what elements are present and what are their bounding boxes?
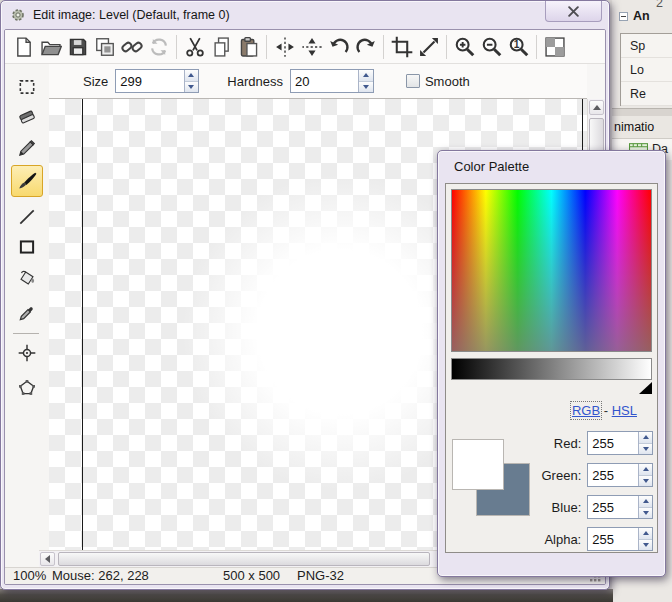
collapse-minus-icon[interactable] — [619, 12, 628, 21]
undo-button[interactable] — [325, 33, 352, 60]
toolbar-separator — [383, 35, 384, 59]
alpha-spin-up[interactable] — [639, 528, 652, 539]
scroll-up-icon — [593, 105, 601, 110]
blue-input[interactable] — [588, 496, 638, 518]
rectangle-tool[interactable] — [11, 231, 43, 263]
hardness-spin-down[interactable] — [359, 81, 373, 93]
new-button[interactable] — [10, 33, 37, 60]
zoom-original-icon: 1 — [508, 36, 530, 58]
green-spinner[interactable] — [587, 463, 653, 487]
hardness-spin-up[interactable] — [359, 70, 373, 81]
status-image-format: PNG-32 — [297, 568, 344, 583]
red-spinner[interactable] — [587, 431, 653, 455]
mirror-horizontal-button[interactable] — [271, 33, 298, 60]
green-spin-down[interactable] — [639, 475, 652, 487]
undo-icon — [328, 36, 350, 58]
down-arrow-icon — [643, 543, 649, 547]
red-input[interactable] — [588, 432, 638, 454]
blue-spin-up[interactable] — [639, 496, 652, 507]
size-spin-up[interactable] — [185, 70, 199, 81]
toolbar-separator — [266, 35, 267, 59]
alpha-label: Alpha: — [446, 532, 587, 547]
toolbar-separator — [176, 35, 177, 59]
animations-panel-header: nimatio — [612, 116, 672, 139]
refresh-icon — [148, 36, 170, 58]
color-mode-links: RGB - HSL — [572, 403, 637, 418]
mirror-vertical-button[interactable] — [298, 33, 325, 60]
palette-title-bar[interactable]: Color Palette — [438, 151, 665, 181]
image-left-edge — [82, 99, 83, 550]
pencil-icon — [17, 138, 37, 158]
origin-crosshair-icon — [17, 343, 37, 363]
side-panel-section-label: An — [633, 9, 650, 23]
zoom-in-icon — [454, 36, 476, 58]
zoom-in-button[interactable] — [451, 33, 478, 60]
horizontal-scroll-thumb[interactable] — [58, 552, 430, 566]
save-button[interactable] — [64, 33, 91, 60]
fill-tool[interactable] — [11, 262, 43, 294]
close-button[interactable] — [545, 1, 602, 22]
value-gradient-bar[interactable] — [451, 358, 652, 380]
eyedropper-icon — [17, 303, 37, 323]
blue-spin-down[interactable] — [639, 507, 652, 519]
checkerboard-icon — [544, 36, 566, 58]
property-row[interactable]: Lo — [621, 58, 672, 82]
eraser-tool[interactable] — [11, 101, 43, 133]
hue-saturation-gradient[interactable] — [451, 189, 652, 352]
rgb-mode-link[interactable]: RGB — [572, 403, 600, 418]
scroll-up-button[interactable] — [589, 100, 604, 115]
redo-button[interactable] — [352, 33, 379, 60]
brush-tool-selected[interactable] — [11, 165, 43, 197]
down-arrow-icon — [363, 85, 369, 89]
red-spin-up[interactable] — [639, 432, 652, 443]
green-spin-up[interactable] — [639, 464, 652, 475]
alpha-spinner[interactable] — [587, 527, 653, 551]
cut-button[interactable] — [181, 33, 208, 60]
line-icon — [17, 207, 37, 227]
primary-color-swatch[interactable] — [452, 439, 504, 490]
polygon-icon — [17, 378, 37, 398]
palette-title: Color Palette — [454, 159, 529, 174]
crop-button[interactable] — [388, 33, 415, 60]
red-spin-down[interactable] — [639, 443, 652, 455]
scroll-left-button[interactable] — [40, 552, 55, 566]
line-tool[interactable] — [11, 201, 43, 233]
paste-button[interactable] — [235, 33, 262, 60]
copy-button[interactable] — [208, 33, 235, 60]
zoom-out-button[interactable] — [478, 33, 505, 60]
smooth-checkbox[interactable] — [406, 74, 420, 88]
alpha-spin-down[interactable] — [639, 539, 652, 551]
resize-button[interactable] — [415, 33, 442, 60]
size-input[interactable] — [116, 70, 183, 92]
up-arrow-icon — [643, 499, 649, 503]
zoom-original-button[interactable]: 1 — [505, 33, 532, 60]
blue-spinner[interactable] — [587, 495, 653, 519]
green-input[interactable] — [588, 464, 638, 486]
property-row[interactable]: Re — [621, 82, 672, 106]
size-spin-down[interactable] — [185, 81, 199, 93]
hardness-spinner[interactable] — [290, 69, 374, 93]
duplicate-button[interactable] — [91, 33, 118, 60]
fill-bucket-icon — [17, 268, 37, 288]
link-button[interactable] — [118, 33, 145, 60]
panel-divider — [612, 108, 672, 116]
toggle-background-button[interactable] — [541, 33, 568, 60]
rectangle-select-tool[interactable] — [11, 71, 43, 103]
status-zoom: 100% — [13, 568, 46, 583]
collision-polygon-tool[interactable] — [11, 372, 43, 404]
color-picker-tool[interactable] — [11, 297, 43, 329]
pencil-tool[interactable] — [11, 132, 43, 164]
origin-tool[interactable] — [11, 337, 43, 369]
title-bar[interactable]: Edit image: Level (Default, frame 0) — [1, 1, 609, 29]
alpha-input[interactable] — [588, 528, 638, 550]
open-button[interactable] — [37, 33, 64, 60]
hsl-mode-link[interactable]: HSL — [612, 403, 637, 418]
size-spinner[interactable] — [115, 69, 199, 93]
property-row[interactable]: Sp — [621, 34, 672, 58]
side-panel-top-fragment: 2 — [656, 0, 663, 10]
svg-text:1: 1 — [513, 39, 519, 50]
hardness-input[interactable] — [291, 70, 358, 92]
zoom-out-icon — [481, 36, 503, 58]
cut-scissors-icon — [184, 36, 206, 58]
value-marker-icon[interactable] — [639, 382, 652, 394]
